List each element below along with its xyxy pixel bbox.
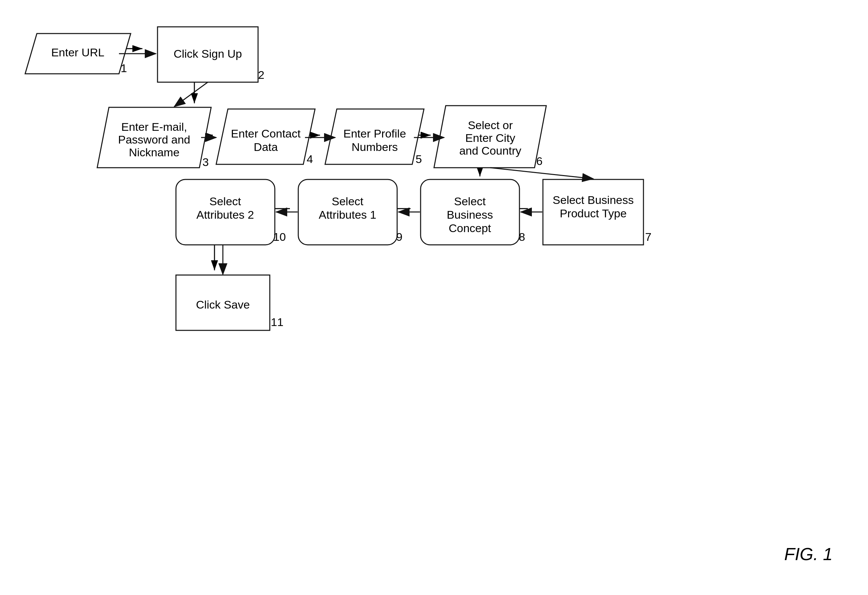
diagram: Enter URL Click Sign Up Enter E-mail, Pa… xyxy=(0,0,868,595)
arrows-svg xyxy=(0,0,868,595)
